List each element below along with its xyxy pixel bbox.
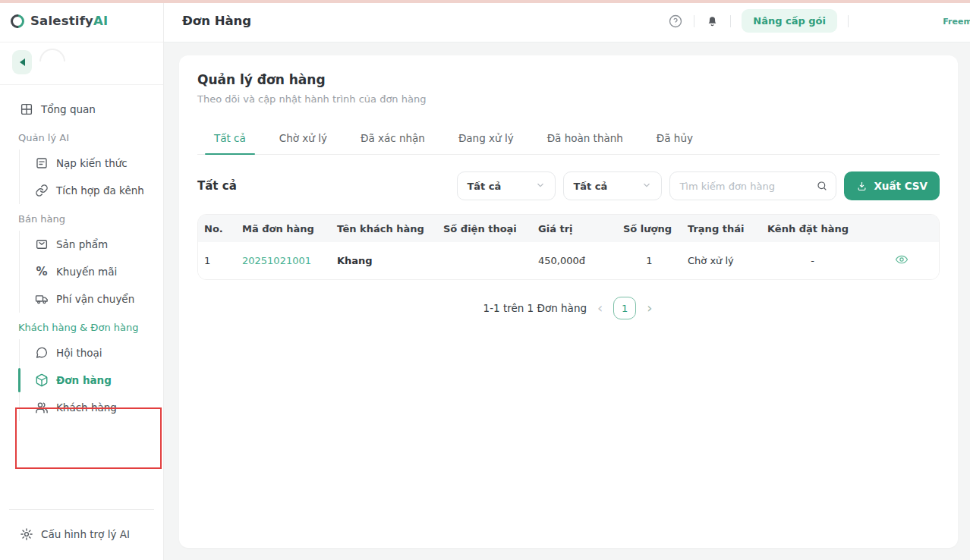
section-label-ai: Quản lý AI <box>0 123 163 149</box>
divider <box>9 509 154 510</box>
sidebar-item-label: Khách hàng <box>56 401 117 414</box>
truck-icon <box>35 292 49 306</box>
divider <box>848 15 849 27</box>
search-input[interactable] <box>679 181 816 192</box>
order-id-link[interactable]: 20251021001 <box>236 255 331 266</box>
topbar-actions: Nâng cấp gói <box>668 9 955 33</box>
logo[interactable]: SalestifyAI <box>0 0 163 42</box>
filter-section-label: Tất cả <box>197 179 237 193</box>
export-csv-label: Xuất CSV <box>874 180 927 192</box>
sidebar-item-overview[interactable]: Tổng quan <box>0 96 163 123</box>
tab-all[interactable]: Tất cả <box>197 124 263 154</box>
col-no: No. <box>198 223 236 234</box>
col-quantity: Số lượng <box>617 223 682 234</box>
link-icon <box>35 184 49 197</box>
search-icon[interactable] <box>816 180 828 192</box>
users-icon <box>35 401 49 414</box>
screenshot-top-border <box>0 0 970 3</box>
sidebar-collapse-button[interactable] <box>12 50 32 74</box>
chevron-left-icon <box>20 58 25 66</box>
topbar: Đơn Hàng Nâng cấp gói Freemium <box>164 0 970 42</box>
sidebar-item-customers[interactable]: Khách hàng <box>20 394 163 421</box>
sidebar-item-label: Khuyến mãi <box>56 266 117 278</box>
order-search <box>669 171 836 200</box>
table-header-row: No. Mã đơn hàng Tên khách hàng Số điện t… <box>198 215 939 242</box>
eye-icon <box>895 253 909 266</box>
content-area: Quản lý đơn hàng Theo dõi và cập nhật hà… <box>164 42 970 560</box>
filter-dropdown-1[interactable]: Tất cả <box>457 171 556 200</box>
grid-icon <box>20 102 33 116</box>
orders-card: Quản lý đơn hàng Theo dõi và cập nhật hà… <box>179 55 958 548</box>
nav-group-sales: Sản phẩm % Khuyến mãi Phí vận chuyển <box>19 231 163 313</box>
section-label-sales: Bán hàng <box>0 204 163 231</box>
dropdown-value: Tất cả <box>467 181 501 192</box>
pagination-summary: 1-1 trên 1 Đơn hàng <box>483 302 587 314</box>
sidebar-item-label: Nạp kiến thức <box>56 157 128 169</box>
sidebar-item-promotions[interactable]: % Khuyến mãi <box>20 258 163 285</box>
sidebar-item-label: Tổng quan <box>41 103 96 115</box>
upgrade-plan-button[interactable]: Nâng cấp gói <box>742 9 837 33</box>
sidebar-header <box>0 42 163 85</box>
col-value: Giá trị <box>532 223 617 234</box>
percent-icon: % <box>35 265 49 278</box>
col-status: Trạng thái <box>682 223 761 234</box>
sidebar-item-ai-config[interactable]: Cấu hình trợ lý AI <box>0 521 163 548</box>
tab-confirmed[interactable]: Đã xác nhận <box>344 124 442 154</box>
tab-cancelled[interactable]: Đã hủy <box>640 124 710 154</box>
sidebar-nav: Tổng quan Quản lý AI Nạp kiến thức Tích … <box>0 85 163 502</box>
col-customer: Tên khách hàng <box>331 223 437 234</box>
sidebar-item-products[interactable]: Sản phẩm <box>20 231 163 258</box>
next-page-button[interactable]: › <box>645 301 653 315</box>
cell-quantity: 1 <box>617 255 682 266</box>
orders-table: No. Mã đơn hàng Tên khách hàng Số điện t… <box>197 214 940 280</box>
page-title: Quản lý đơn hàng <box>197 72 940 87</box>
sidebar-item-label: Hội thoại <box>56 347 102 359</box>
active-indicator <box>18 368 20 392</box>
sidebar-item-label: Sản phẩm <box>56 238 108 250</box>
view-order-button[interactable] <box>895 253 909 266</box>
help-button[interactable] <box>668 14 683 29</box>
page-number-button[interactable]: 1 <box>613 297 636 319</box>
prev-page-button[interactable]: ‹ <box>596 301 604 315</box>
cell-no: 1 <box>198 255 236 266</box>
filter-dropdown-2[interactable]: Tất cả <box>563 171 662 200</box>
nav-group-customers-orders: Hội thoại Đơn hàng Khách hàng <box>19 339 163 421</box>
cell-value: 450,000đ <box>532 255 617 266</box>
brand-logo-icon <box>11 14 24 28</box>
sidebar-item-knowledge[interactable]: Nạp kiến thức <box>20 149 163 177</box>
sidebar: SalestifyAI Tổng quan Quản lý AI <box>0 0 164 560</box>
chevron-down-icon <box>641 180 652 193</box>
table-row: 1 20251021001 Khang 450,000đ 1 Chờ xử lý… <box>198 242 939 279</box>
bell-icon <box>705 14 720 28</box>
help-icon <box>668 14 683 29</box>
sidebar-item-orders[interactable]: Đơn hàng <box>20 367 163 394</box>
pagination: 1-1 trên 1 Đơn hàng ‹ 1 › <box>197 297 940 319</box>
tab-processing[interactable]: Đang xử lý <box>442 124 531 154</box>
avatar-placeholder <box>39 49 65 61</box>
divider <box>694 15 694 27</box>
main-area: Đơn Hàng Nâng cấp gói Freemium Quản lý đ… <box>164 0 970 560</box>
brand-name: SalestifyAI <box>30 14 108 28</box>
chat-icon <box>35 346 49 360</box>
dropdown-value: Tất cả <box>573 181 607 192</box>
col-order-id: Mã đơn hàng <box>236 223 331 234</box>
sidebar-item-integrations[interactable]: Tích hợp đa kênh <box>20 177 163 204</box>
sidebar-item-conversations[interactable]: Hội thoại <box>20 339 163 367</box>
sidebar-item-shipping[interactable]: Phí vận chuyển <box>20 285 163 313</box>
tab-completed[interactable]: Đã hoàn thành <box>531 124 640 154</box>
col-channel: Kênh đặt hàng <box>761 223 864 234</box>
sidebar-footer: Cấu hình trợ lý AI <box>0 502 163 560</box>
sidebar-item-label: Tích hợp đa kênh <box>56 184 144 197</box>
page-subtitle: Theo dõi và cập nhật hành trình của đơn … <box>197 93 940 105</box>
gear-icon <box>20 527 33 541</box>
download-icon <box>856 181 868 192</box>
tab-pending[interactable]: Chờ xử lý <box>263 124 344 154</box>
divider <box>730 15 731 27</box>
notifications-button[interactable] <box>705 14 720 28</box>
document-icon <box>35 156 49 170</box>
status-tabs: Tất cả Chờ xử lý Đã xác nhận Đang xử lý … <box>197 124 940 155</box>
sidebar-item-label: Phí vận chuyển <box>56 293 134 305</box>
cell-status: Chờ xử lý <box>682 255 761 266</box>
export-csv-button[interactable]: Xuất CSV <box>844 171 940 200</box>
app-root: SalestifyAI Tổng quan Quản lý AI <box>0 0 970 560</box>
